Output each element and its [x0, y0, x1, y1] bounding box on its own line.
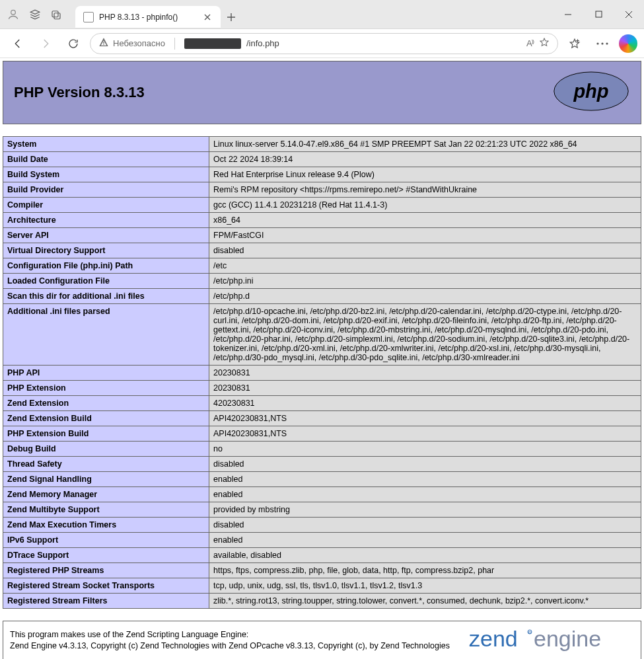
row-key: IPv6 Support — [3, 533, 209, 548]
php-logo-icon: php — [552, 71, 630, 114]
row-key: Registered PHP Streams — [3, 563, 209, 578]
profile-icon[interactable] — [7, 8, 20, 21]
table-row: Additional .ini files parsed/etc/php.d/1… — [3, 304, 641, 366]
not-secure-icon — [98, 37, 109, 50]
row-value: enabled — [209, 472, 641, 487]
row-key: Loaded Configuration File — [3, 274, 209, 289]
zend-line1: This program makes use of the Zend Scrip… — [10, 629, 450, 640]
row-value: available, disabled — [209, 548, 641, 563]
phpinfo-table: SystemLinux linux-server 5.14.0-47.el9.x… — [3, 136, 641, 609]
copilot-button[interactable] — [619, 34, 637, 53]
row-key: Server API — [3, 228, 209, 243]
row-key: Compiler — [3, 198, 209, 213]
row-key: Build Date — [3, 152, 209, 167]
table-row: Zend Extension420230831 — [3, 396, 641, 411]
row-key: Configuration File (php.ini) Path — [3, 258, 209, 274]
row-value: API420230831,NTS — [209, 411, 641, 426]
table-row: PHP Extension BuildAPI420230831,NTS — [3, 426, 641, 442]
row-key: Debug Build — [3, 442, 209, 457]
refresh-button[interactable] — [62, 32, 85, 55]
row-value: FPM/FastCGI — [209, 228, 641, 243]
window-minimize-button[interactable] — [553, 0, 583, 28]
row-value: Red Hat Enterprise Linux release 9.4 (Pl… — [209, 167, 641, 182]
row-value: disabled — [209, 243, 641, 258]
favorite-star-icon[interactable] — [539, 37, 550, 50]
row-key: Zend Memory Manager — [3, 487, 209, 502]
row-value: /etc — [209, 258, 641, 274]
table-row: Thread Safetydisabled — [3, 457, 641, 472]
address-bar[interactable]: Небезопасно /info.php A)) — [90, 33, 558, 54]
page-title: PHP Version 8.3.13 — [14, 84, 145, 101]
not-secure-label: Небезопасно — [113, 38, 165, 48]
table-row: Registered PHP Streamshttps, ftps, compr… — [3, 563, 641, 578]
row-key: Zend Signal Handling — [3, 472, 209, 487]
row-value: Remi's RPM repository <https://rpms.remi… — [209, 182, 641, 198]
row-value: 420230831 — [209, 396, 641, 411]
table-row: Zend Max Execution Timersdisabled — [3, 518, 641, 533]
svg-rect-3 — [596, 11, 602, 17]
svg-text:R: R — [528, 631, 532, 635]
address-host-redacted — [184, 38, 241, 49]
row-key: Zend Max Execution Timers — [3, 518, 209, 533]
table-row: Zend Memory Managerenabled — [3, 487, 641, 502]
row-value: Linux linux-server 5.14.0-47.el9.x86_64 … — [209, 137, 641, 152]
svg-point-4 — [596, 42, 598, 44]
row-value: 20230831 — [209, 381, 641, 396]
row-value: gcc (GCC) 11.4.1 20231218 (Red Hat 11.4.… — [209, 198, 641, 213]
tab-close-button[interactable] — [202, 12, 213, 22]
table-row: Registered Stream Filterszlib.*, string.… — [3, 594, 641, 609]
row-key: Thread Safety — [3, 457, 209, 472]
svg-rect-1 — [52, 11, 58, 17]
zend-box: This program makes use of the Zend Scrip… — [3, 621, 641, 659]
row-value: https, ftps, compress.zlib, php, file, g… — [209, 563, 641, 578]
browser-toolbar: Небезопасно /info.php A)) — [0, 29, 644, 58]
row-key: Additional .ini files parsed — [3, 304, 209, 366]
svg-point-0 — [11, 10, 16, 15]
row-key: System — [3, 137, 209, 152]
tab-actions-icon[interactable] — [50, 9, 62, 20]
table-row: IPv6 Supportenabled — [3, 533, 641, 548]
page-viewport[interactable]: PHP Version 8.3.13 php SystemLinux linux… — [0, 58, 644, 659]
svg-text:php: php — [573, 81, 608, 102]
table-row: Registered Stream Socket Transportstcp, … — [3, 578, 641, 594]
table-row: Build DateOct 22 2024 18:39:14 — [3, 152, 641, 167]
svg-point-5 — [601, 42, 603, 44]
read-aloud-icon[interactable]: A)) — [526, 38, 534, 48]
browser-tab[interactable]: PHP 8.3.13 - phpinfo() — [75, 6, 221, 28]
row-key: Architecture — [3, 213, 209, 228]
table-row: Loaded Configuration File/etc/php.ini — [3, 274, 641, 289]
row-key: Zend Extension Build — [3, 411, 209, 426]
address-separator — [174, 38, 175, 50]
row-value: /etc/php.d/10-opcache.ini, /etc/php.d/20… — [209, 304, 641, 366]
tab-title: PHP 8.3.13 - phpinfo() — [99, 13, 197, 22]
table-row: PHP Extension20230831 — [3, 381, 641, 396]
window-maximize-button[interactable] — [583, 0, 614, 28]
row-value: /etc/php.d — [209, 289, 641, 304]
new-tab-button[interactable] — [221, 6, 242, 28]
back-button[interactable] — [7, 32, 29, 55]
row-key: Zend Multibyte Support — [3, 502, 209, 518]
php-header: PHP Version 8.3.13 php — [3, 61, 641, 124]
row-value: x86_64 — [209, 213, 641, 228]
row-value: 20230831 — [209, 366, 641, 381]
table-row: Configuration File (php.ini) Path/etc — [3, 258, 641, 274]
table-row: DTrace Supportavailable, disabled — [3, 548, 641, 563]
workspaces-icon[interactable] — [29, 9, 41, 20]
svg-text:zend: zend — [469, 626, 518, 651]
row-key: Zend Extension — [3, 396, 209, 411]
page-favicon-icon — [83, 12, 94, 22]
favorites-button[interactable] — [563, 32, 586, 55]
window-titlebar: PHP 8.3.13 - phpinfo() — [0, 0, 644, 29]
row-value: enabled — [209, 487, 641, 502]
settings-more-button[interactable] — [591, 32, 614, 55]
table-row: Architecturex86_64 — [3, 213, 641, 228]
svg-point-6 — [606, 42, 608, 44]
table-row: Scan this dir for additional .ini files/… — [3, 289, 641, 304]
window-close-button[interactable] — [614, 0, 644, 28]
row-value: disabled — [209, 457, 641, 472]
table-row: Zend Signal Handlingenabled — [3, 472, 641, 487]
row-key: PHP Extension — [3, 381, 209, 396]
forward-button — [34, 32, 57, 55]
row-value: provided by mbstring — [209, 502, 641, 518]
row-key: PHP API — [3, 366, 209, 381]
